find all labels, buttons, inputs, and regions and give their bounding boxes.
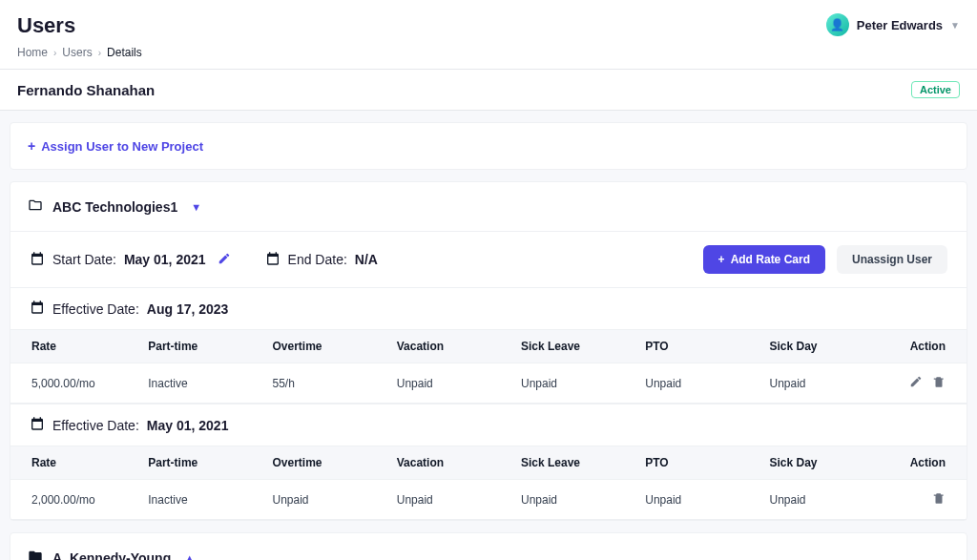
cell-sickday: Unpaid: [757, 363, 890, 404]
add-rate-card-button[interactable]: + Add Rate Card: [703, 245, 825, 274]
calendar-icon: [265, 251, 281, 269]
cell-rate: 5,000.00/mo: [10, 363, 135, 404]
collapsed-project-1: A_Kennedy-Young ▲: [10, 532, 967, 560]
table-row: 5,000.00/mo Inactive 55/h Unpaid Unpaid …: [10, 363, 967, 404]
main-header: Users Home › Users › Details 👤 Peter Edw…: [0, 0, 977, 59]
plus-icon: +: [718, 253, 725, 266]
end-date-label: End Date:: [288, 252, 347, 267]
unassign-user-button[interactable]: Unassign User: [837, 245, 947, 274]
cell-vacation: Unpaid: [384, 480, 508, 520]
cell-parttime: Inactive: [135, 480, 259, 520]
cell-vacation: Unpaid: [384, 363, 508, 404]
chevron-right-icon: ›: [98, 48, 101, 58]
eff-date-value: May 01, 2021: [147, 418, 229, 433]
edit-icon[interactable]: [909, 375, 923, 391]
eff-date-label: Effective Date:: [52, 301, 139, 317]
project-name: A_Kennedy-Young: [52, 550, 171, 561]
current-user-name: Peter Edwards: [857, 18, 943, 32]
cell-sickday: Unpaid: [757, 480, 890, 520]
table-row: 2,000.00/mo Inactive Unpaid Unpaid Unpai…: [10, 480, 967, 520]
end-date-value: N/A: [355, 252, 378, 267]
col-sickday: Sick Day: [757, 446, 890, 480]
calendar-icon: [30, 416, 45, 434]
avatar: 👤: [826, 13, 849, 36]
project-toggle[interactable]: ABC Technologies1 ▼: [10, 182, 967, 231]
effective-date-row-1: Effective Date: Aug 17, 2023: [10, 287, 967, 329]
cell-overtime: 55/h: [260, 363, 384, 404]
calendar-icon: [30, 251, 45, 269]
assign-label: Assign User to New Project: [41, 139, 203, 154]
col-vacation: Vacation: [384, 330, 508, 363]
chevron-right-icon: ›: [53, 48, 56, 58]
chevron-down-icon: ▼: [950, 20, 960, 31]
project-name: ABC Technologies1: [52, 199, 177, 215]
cell-sickleave: Unpaid: [508, 480, 632, 520]
col-parttime: Part-time: [135, 446, 259, 480]
col-overtime: Overtime: [260, 330, 384, 363]
eff-date-label: Effective Date:: [52, 418, 139, 433]
page-title: Users: [17, 13, 142, 38]
col-sickleave: Sick Leave: [508, 330, 632, 363]
folder-icon: [28, 549, 43, 560]
trash-icon[interactable]: [932, 491, 946, 508]
plus-icon: +: [28, 138, 35, 154]
edit-icon[interactable]: [218, 252, 231, 268]
breadcrumb-users[interactable]: Users: [62, 46, 92, 59]
rate-table-1: Rate Part-time Overtime Vacation Sick Le…: [10, 329, 967, 404]
cell-rate: 2,000.00/mo: [10, 480, 135, 520]
eff-date-value: Aug 17, 2023: [147, 301, 229, 317]
col-action: Action: [890, 446, 967, 480]
table-header-row: Rate Part-time Overtime Vacation Sick Le…: [10, 330, 967, 363]
col-rate: Rate: [10, 446, 135, 480]
project-toggle[interactable]: A_Kennedy-Young ▲: [10, 533, 967, 560]
triangle-up-icon: ▲: [184, 552, 195, 561]
triangle-down-icon: ▼: [191, 201, 201, 213]
col-sickleave: Sick Leave: [508, 446, 632, 480]
breadcrumb-details: Details: [107, 46, 142, 59]
cell-parttime: Inactive: [135, 363, 259, 404]
status-badge: Active: [911, 81, 960, 98]
trash-icon[interactable]: [932, 375, 946, 391]
breadcrumb-home[interactable]: Home: [17, 46, 48, 59]
project-dates-row: Start Date: May 01, 2021 End Date: N/A +: [10, 231, 967, 287]
col-rate: Rate: [10, 330, 135, 363]
col-overtime: Overtime: [260, 446, 384, 480]
add-rate-label: Add Rate Card: [731, 253, 810, 266]
assign-user-button[interactable]: + Assign User to New Project: [10, 123, 967, 169]
col-vacation: Vacation: [384, 446, 508, 480]
start-date-group: Start Date: May 01, 2021: [30, 251, 231, 269]
col-pto: PTO: [632, 446, 756, 480]
folder-open-icon: [28, 197, 43, 216]
cell-action: [890, 363, 967, 404]
col-sickday: Sick Day: [757, 330, 890, 363]
cell-pto: Unpaid: [632, 480, 756, 520]
breadcrumb: Home › Users › Details: [17, 46, 142, 59]
end-date-group: End Date: N/A: [265, 251, 378, 269]
effective-date-row-2: Effective Date: May 01, 2021: [10, 404, 967, 446]
cell-overtime: Unpaid: [260, 480, 384, 520]
rate-table-2: Rate Part-time Overtime Vacation Sick Le…: [10, 446, 967, 520]
user-fullname: Fernando Shanahan: [17, 82, 155, 98]
col-action: Action: [890, 330, 967, 363]
col-parttime: Part-time: [135, 330, 259, 363]
calendar-icon: [30, 300, 45, 318]
project-card: ABC Technologies1 ▼ Start Date: May 01, …: [10, 181, 967, 521]
user-menu[interactable]: 👤 Peter Edwards ▼: [826, 13, 960, 36]
table-header-row: Rate Part-time Overtime Vacation Sick Le…: [10, 446, 967, 480]
assign-card: + Assign User to New Project: [10, 122, 967, 170]
content-area: + Assign User to New Project ABC Technol…: [0, 110, 977, 560]
user-subheader: Fernando Shanahan Active: [0, 69, 977, 110]
col-pto: PTO: [632, 330, 756, 363]
cell-sickleave: Unpaid: [508, 363, 632, 404]
cell-pto: Unpaid: [632, 363, 756, 404]
start-date-label: Start Date:: [52, 252, 116, 267]
cell-action: [890, 480, 967, 520]
start-date-value: May 01, 2021: [124, 252, 206, 267]
